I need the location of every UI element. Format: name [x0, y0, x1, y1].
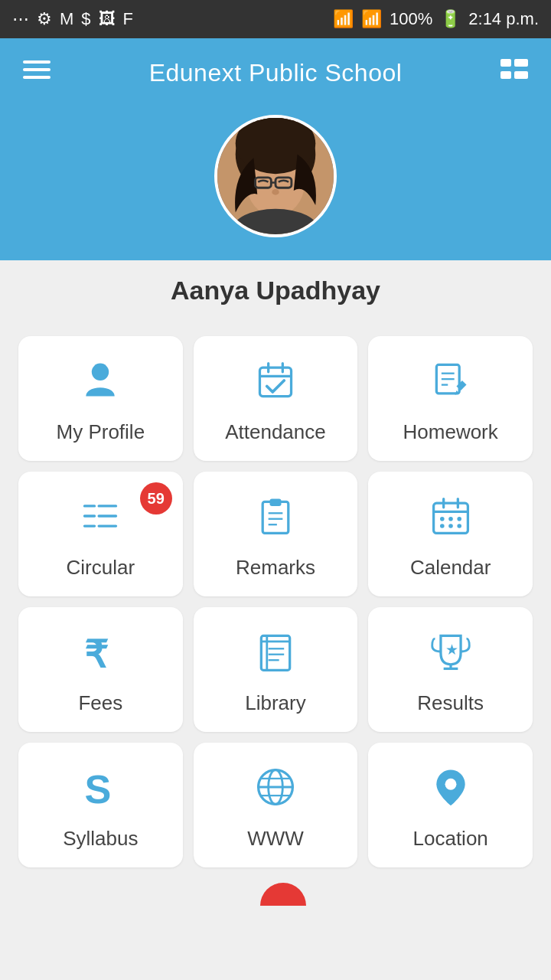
- grid-item-results[interactable]: ★ Results: [368, 607, 533, 732]
- homework-label: Homework: [403, 420, 498, 444]
- svg-rect-31: [262, 501, 289, 533]
- status-left-icons: ⋯ ⚙ M $ 🖼 F: [12, 9, 133, 29]
- circular-badge: 59: [140, 482, 172, 514]
- svg-text:₹: ₹: [85, 634, 109, 673]
- battery-text: 100%: [390, 9, 432, 29]
- trophy-icon: ★: [429, 630, 472, 679]
- book-icon: [254, 630, 297, 679]
- grid-item-remarks[interactable]: Remarks: [194, 472, 358, 596]
- svg-point-44: [448, 524, 453, 528]
- grid-item-www[interactable]: WWW: [194, 743, 358, 867]
- grid-item-calendar[interactable]: Calendar: [368, 472, 533, 596]
- svg-rect-6: [514, 71, 528, 79]
- svg-point-14: [272, 189, 279, 195]
- my-profile-label: My Profile: [57, 420, 145, 444]
- svg-point-62: [445, 779, 456, 790]
- svg-rect-0: [23, 60, 51, 64]
- person-icon: [79, 359, 122, 408]
- edit-icon: [429, 359, 472, 408]
- grid-item-syllabus[interactable]: S Syllabus: [18, 743, 183, 867]
- location-label: Location: [413, 827, 488, 851]
- grid-item-my-profile[interactable]: My Profile: [18, 336, 183, 461]
- library-label: Library: [245, 691, 305, 715]
- notification-icon: ⋯: [12, 9, 29, 29]
- svg-point-45: [457, 524, 461, 528]
- calendar-label: Calendar: [410, 556, 491, 580]
- calendar-check-icon: [254, 359, 297, 408]
- flipboard-icon: F: [123, 9, 133, 29]
- remarks-label: Remarks: [236, 556, 315, 580]
- circular-label: Circular: [67, 556, 135, 580]
- battery-icon: 🔋: [440, 9, 461, 29]
- clipboard-icon: [254, 495, 297, 544]
- svg-point-43: [440, 524, 445, 528]
- results-label: Results: [417, 691, 484, 715]
- svg-point-40: [440, 517, 445, 521]
- gmail-icon: M: [60, 9, 73, 29]
- grid-item-homework[interactable]: Homework: [368, 336, 533, 461]
- profile-section: [0, 107, 551, 260]
- grid-item-location[interactable]: Location: [368, 743, 533, 867]
- pin-icon: [429, 766, 472, 815]
- status-right-icons: 📶 📶 100% 🔋 2:14 p.m.: [333, 9, 539, 29]
- s-icon: $: [81, 9, 90, 29]
- svg-rect-1: [23, 68, 51, 71]
- syllabus-label: Syllabus: [63, 827, 138, 851]
- time-display: 2:14 p.m.: [468, 9, 539, 29]
- svg-rect-5: [500, 71, 511, 79]
- usb-icon: ⚙: [37, 9, 52, 29]
- header-title: Edunext Public School: [149, 59, 403, 87]
- hamburger-menu[interactable]: [23, 56, 51, 90]
- svg-rect-2: [23, 76, 51, 79]
- rupee-icon: ₹: [79, 630, 122, 679]
- signal-icon: 📶: [361, 9, 382, 29]
- fees-label: Fees: [78, 691, 122, 715]
- bottom-badge-area: [8, 875, 551, 906]
- svg-text:★: ★: [445, 642, 458, 658]
- svg-point-42: [457, 517, 461, 521]
- svg-rect-4: [514, 59, 528, 67]
- grid-item-library[interactable]: Library: [194, 607, 358, 732]
- grid-item-attendance[interactable]: Attendance: [194, 336, 358, 461]
- list-icon: [79, 495, 122, 544]
- svg-point-41: [448, 517, 453, 521]
- svg-text:S: S: [85, 767, 112, 808]
- svg-point-16: [92, 364, 109, 381]
- globe-icon: [254, 766, 297, 815]
- status-bar: ⋯ ⚙ M $ 🖼 F 📶 📶 100% 🔋 2:14 p.m.: [0, 0, 551, 38]
- photo-icon: 🖼: [99, 9, 116, 29]
- wifi-icon: 📶: [333, 9, 354, 29]
- menu-grid: My Profile Attendance: [8, 328, 543, 875]
- svg-rect-17: [259, 368, 291, 396]
- list-view-icon[interactable]: [500, 56, 528, 90]
- bottom-badge-circle: [260, 883, 306, 906]
- www-label: WWW: [247, 827, 304, 851]
- grid-item-fees[interactable]: ₹ Fees: [18, 607, 183, 732]
- svg-rect-3: [500, 59, 511, 67]
- main-content: My Profile Attendance: [0, 313, 551, 980]
- calendar-grid-icon: [429, 495, 472, 544]
- attendance-label: Attendance: [225, 420, 326, 444]
- grid-item-circular[interactable]: 59 Circular: [18, 472, 183, 596]
- header: Edunext Public School: [0, 38, 551, 107]
- s-letter-icon: S: [79, 766, 122, 815]
- user-name: Aanya Upadhyay: [0, 260, 551, 313]
- avatar: [214, 115, 337, 237]
- svg-rect-32: [270, 499, 282, 506]
